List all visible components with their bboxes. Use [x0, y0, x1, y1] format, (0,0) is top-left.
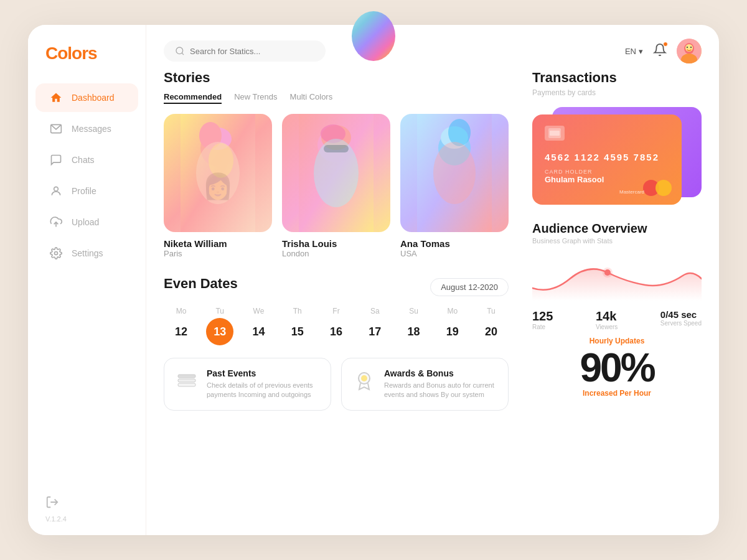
day-num-3: 15 [284, 318, 311, 345]
stat-viewers: 14k Viewers [596, 309, 618, 330]
day-num-6: 18 [400, 318, 428, 345]
stat-viewers-value: 14k [596, 309, 618, 324]
svg-line-6 [182, 53, 184, 55]
past-events-icon [174, 368, 199, 393]
tab-recommended[interactable]: Recommended [164, 92, 222, 104]
svg-point-1 [54, 187, 59, 191]
mastercard-circle-2 [655, 180, 672, 196]
sidebar-label-chats: Chats [72, 155, 95, 165]
stat-rate: 125 Rate [532, 309, 553, 330]
svg-point-30 [433, 142, 476, 204]
sidebar-item-settings[interactable]: Settings [35, 239, 138, 268]
notification-dot [663, 42, 668, 47]
sidebar-item-messages[interactable]: Messages [35, 114, 138, 143]
two-column-layout: Stories Recommended New Trends Multi Col… [146, 70, 719, 535]
day-num-1: 13 [206, 318, 233, 345]
bottom-cards: Past Events Check details of of previous… [164, 358, 509, 411]
card-chip [545, 126, 565, 141]
cal-day-7[interactable]: Mo 19 [435, 307, 470, 345]
svg-point-29 [448, 119, 471, 146]
day-label-4: Fr [332, 307, 339, 315]
dates-header: Even Dates August 12-2020 [164, 276, 509, 298]
story-name-1: Niketa William [164, 238, 272, 249]
avatar[interactable] [677, 39, 702, 63]
svg-point-35 [361, 375, 367, 381]
settings-icon [49, 246, 63, 260]
sidebar-item-profile[interactable]: Profile [35, 177, 138, 205]
message-icon [49, 122, 63, 136]
transactions-subtitle: Payments by cards [532, 88, 702, 97]
day-label-3: Th [293, 307, 302, 315]
logo: Colors [28, 44, 146, 82]
increased-label: Increased Per Hour [532, 389, 702, 398]
cal-day-0[interactable]: Mo 12 [164, 307, 199, 345]
day-label-6: Su [409, 307, 418, 315]
day-num-4: 16 [322, 318, 350, 345]
day-num-5: 17 [361, 318, 388, 345]
search-icon [175, 46, 185, 56]
main-card: Colors Dashboard Messages [28, 25, 719, 535]
search-input[interactable] [190, 47, 302, 56]
stat-rate-label: Rate [532, 324, 553, 330]
profile-icon [49, 184, 63, 198]
day-label-5: Sa [370, 307, 380, 315]
story-card-2[interactable]: Trisha Louis London [282, 114, 390, 258]
stat-rate-value: 125 [532, 309, 553, 324]
awards-bonus-title: Awards & Bonus [384, 368, 498, 378]
sidebar-label-settings: Settings [72, 248, 103, 258]
cal-day-4[interactable]: Fr 16 [319, 307, 354, 345]
sidebar-label-upload: Upload [72, 217, 99, 227]
cal-day-3[interactable]: Th 15 [280, 307, 315, 345]
day-num-0: 12 [167, 318, 195, 345]
left-column: Stories Recommended New Trends Multi Col… [146, 70, 526, 535]
notifications-bell[interactable] [653, 43, 667, 59]
tab-multi-colors[interactable]: Multi Colors [290, 92, 333, 104]
search-bar[interactable] [164, 40, 326, 62]
lang-selector[interactable]: EN ▾ [625, 47, 643, 56]
header-right: EN ▾ [625, 39, 702, 63]
cal-day-5[interactable]: Sa 17 [357, 307, 392, 345]
story-card-1[interactable]: 👩 Niketa William Paris [164, 114, 272, 258]
lang-label: EN [625, 47, 636, 56]
story-card-3[interactable]: Ana Tomas USA [400, 114, 509, 258]
sidebar-item-chats[interactable]: Chats [35, 146, 138, 174]
past-events-card[interactable]: Past Events Check details of of previous… [164, 358, 331, 411]
story-location-1: Paris [164, 249, 272, 258]
credit-card-area: 4562 1122 4595 7852 CARD HOLDER Ghulam R… [532, 107, 702, 207]
sidebar: Colors Dashboard Messages [28, 25, 146, 535]
day-label-7: Mo [447, 307, 458, 315]
audience-title: Audience Overview [532, 222, 702, 236]
svg-point-39 [603, 268, 613, 278]
sidebar-item-dashboard[interactable]: Dashboard [35, 83, 138, 112]
awards-bonus-desc: Rewards and Bonus auto for current event… [384, 381, 498, 400]
holographic-orb [352, 11, 395, 61]
svg-point-5 [176, 47, 183, 54]
svg-point-11 [687, 47, 688, 48]
header: EN ▾ [146, 25, 719, 70]
cal-day-1[interactable]: Tu 13 [202, 307, 237, 345]
sidebar-item-upload[interactable]: Upload [35, 208, 138, 236]
story-img-inner-3 [400, 114, 509, 232]
version-label: V.1.2.4 [45, 515, 128, 523]
logout-icon[interactable] [45, 495, 128, 511]
svg-rect-37 [550, 131, 560, 136]
story-name-2: Trisha Louis [282, 238, 390, 249]
tab-new-trends[interactable]: New Trends [234, 92, 277, 104]
big-percent: 90% [532, 348, 702, 388]
past-events-desc: Check details of of previous events paym… [207, 381, 321, 400]
hourly-updates-label: Hourly Updates [532, 337, 702, 345]
past-events-text: Past Events Check details of of previous… [207, 368, 321, 400]
sidebar-label-profile: Profile [72, 186, 96, 196]
date-badge[interactable]: August 12-2020 [430, 278, 509, 296]
main-content: EN ▾ [146, 25, 719, 535]
cal-day-2[interactable]: We 14 [242, 307, 276, 345]
svg-rect-33 [178, 383, 195, 386]
stat-servers-value: 0/45 sec [660, 309, 702, 320]
story-image-3 [400, 114, 509, 232]
stat-servers: 0/45 sec Servers Speed [660, 309, 702, 330]
card-front[interactable]: 4562 1122 4595 7852 CARD HOLDER Ghulam R… [532, 114, 682, 205]
story-img-inner-1: 👩 [164, 114, 272, 232]
cal-day-6[interactable]: Su 18 [397, 307, 431, 345]
awards-bonus-card[interactable]: Awards & Bonus Rewards and Bonus auto fo… [341, 358, 509, 411]
cal-day-8[interactable]: Tu 20 [474, 307, 509, 345]
